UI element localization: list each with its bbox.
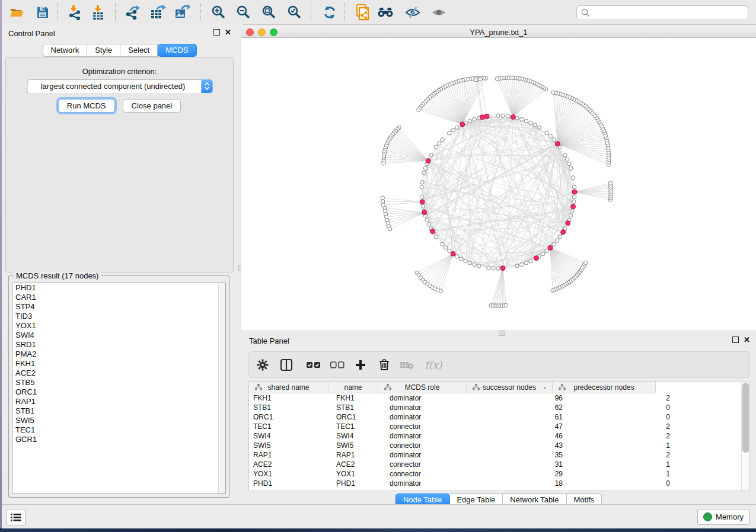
tab-network[interactable]: Network <box>42 44 87 57</box>
table-cell[interactable]: FKH1 <box>332 393 385 403</box>
table-cell[interactable]: connector <box>385 469 477 479</box>
table-cell[interactable]: 0 <box>567 403 675 412</box>
select-unchecked-icon[interactable] <box>330 357 345 373</box>
table-cell[interactable]: PHD1 <box>332 479 385 488</box>
export-network-icon[interactable] <box>123 2 143 23</box>
delete-column-icon[interactable] <box>377 357 392 373</box>
zoom-in-icon[interactable] <box>209 2 229 23</box>
table-cell[interactable]: RAP1 <box>249 450 332 460</box>
table-cell[interactable]: connector <box>385 460 477 469</box>
table-cell[interactable]: 47 <box>477 422 567 431</box>
mcds-result-item[interactable]: TID3 <box>12 312 225 321</box>
table-row[interactable]: SWI5SWI5connector431 <box>249 441 749 450</box>
float-panel-icon[interactable] <box>213 29 220 36</box>
mcds-result-item[interactable]: SWI5 <box>12 416 225 425</box>
list-scrollbar[interactable] <box>218 283 225 493</box>
tab-select[interactable]: Select <box>120 44 158 57</box>
table-cell[interactable]: connector <box>385 441 477 450</box>
eye-slash-icon[interactable] <box>403 2 423 23</box>
table-cell[interactable]: 2 <box>567 450 675 460</box>
split-columns-icon[interactable] <box>279 357 294 373</box>
table-cell[interactable]: 31 <box>477 460 567 469</box>
tab-style[interactable]: Style <box>87 44 120 57</box>
open-folder-icon[interactable] <box>7 2 27 23</box>
memory-button[interactable]: Memory <box>697 509 749 525</box>
table-cell[interactable]: SWI4 <box>249 431 332 441</box>
table-cell[interactable]: RAP1 <box>332 450 385 460</box>
table-cell[interactable]: ACE2 <box>332 460 385 469</box>
table-cell[interactable]: dominator <box>385 450 477 460</box>
save-icon[interactable] <box>33 2 53 23</box>
mcds-result-item[interactable]: STB1 <box>12 406 225 416</box>
column-header-shared-name[interactable]: shared name <box>249 382 328 393</box>
table-row[interactable]: PHD1PHD1dominator180 <box>249 479 749 488</box>
table-cell[interactable]: 2 <box>567 422 675 431</box>
table-cell[interactable]: YOX1 <box>249 469 332 479</box>
table-cell[interactable]: ACE2 <box>249 460 332 469</box>
mcds-result-item[interactable]: CAR1 <box>12 293 225 302</box>
gear-icon[interactable] <box>255 357 270 373</box>
tab-mcds[interactable]: MCDS <box>158 44 196 57</box>
table-cell[interactable]: 29 <box>477 469 567 479</box>
table-row[interactable]: FKH1FKH1dominator962 <box>249 393 749 403</box>
table-scrollbar[interactable] <box>741 382 749 491</box>
mcds-result-list[interactable]: PHD1CAR1STP4TID3YOX1SWI4SRD1PMA2FKH1ACE2… <box>12 283 226 494</box>
refresh-icon[interactable] <box>320 2 340 23</box>
float-table-panel-icon[interactable] <box>732 336 739 343</box>
mcds-result-item[interactable]: YOX1 <box>12 321 225 331</box>
table-cell[interactable]: dominator <box>385 393 477 403</box>
add-column-icon[interactable] <box>353 357 368 373</box>
table-row[interactable]: TEC1TEC1connector472 <box>249 422 749 431</box>
search-input[interactable] <box>592 7 747 19</box>
mcds-result-item[interactable]: SWI4 <box>12 331 225 340</box>
run-mcds-button[interactable]: Run MCDS <box>58 99 115 113</box>
mcds-result-item[interactable]: RAP1 <box>12 397 225 406</box>
close-panel-icon[interactable]: ✕ <box>225 30 231 36</box>
table-cell[interactable]: FKH1 <box>249 393 332 403</box>
table-cell[interactable]: 0 <box>567 479 675 488</box>
table-row[interactable]: YOX1YOX1connector291 <box>249 469 749 479</box>
table-cell[interactable]: 62 <box>477 403 567 412</box>
table-cell[interactable]: 61 <box>477 412 567 422</box>
table-cell[interactable]: dominator <box>385 403 477 412</box>
table-row[interactable]: SWI4SWI4dominator462 <box>249 431 749 441</box>
table-cell[interactable]: TEC1 <box>332 422 385 431</box>
table-cell[interactable]: 43 <box>477 441 567 450</box>
table-cell[interactable]: TEC1 <box>249 422 332 431</box>
table-cell[interactable]: 2 <box>567 393 675 403</box>
scrollbar-thumb[interactable] <box>742 383 749 453</box>
import-network-icon[interactable] <box>65 2 85 23</box>
table-cell[interactable]: STB1 <box>332 403 385 412</box>
close-table-panel-icon[interactable]: ✕ <box>744 337 750 343</box>
table-row[interactable]: RAP1RAP1dominator352 <box>249 450 749 460</box>
zoom-out-icon[interactable] <box>234 2 254 23</box>
table-cell[interactable]: 1 <box>567 441 675 450</box>
table-cell[interactable]: PHD1 <box>249 479 332 488</box>
mcds-result-item[interactable]: STB5 <box>12 378 225 387</box>
table-cell[interactable]: ORC1 <box>249 412 332 422</box>
mcds-result-item[interactable]: PHD1 <box>12 283 225 293</box>
table-cell[interactable]: 96 <box>477 393 567 403</box>
table-cell[interactable]: 46 <box>477 431 567 441</box>
clone-network-icon[interactable] <box>353 2 373 23</box>
table-cell[interactable]: connector <box>385 422 477 431</box>
mcds-result-item[interactable]: GCR1 <box>12 435 225 444</box>
table-cell[interactable]: 1 <box>567 460 675 469</box>
table-row[interactable]: ORC1ORC1dominator610 <box>249 412 749 422</box>
mcds-result-item[interactable]: FKH1 <box>12 359 225 368</box>
network-canvas[interactable] <box>241 38 756 330</box>
column-header-MCDS-role[interactable]: MCDS role <box>378 382 467 393</box>
export-image-icon[interactable] <box>172 2 192 23</box>
task-history-button[interactable] <box>7 509 25 525</box>
table-cell[interactable]: 18 <box>477 479 567 488</box>
table-cell[interactable]: dominator <box>385 479 477 488</box>
table-cell[interactable]: 1 <box>567 469 675 479</box>
zoom-selected-icon[interactable] <box>285 2 305 23</box>
zoom-fit-icon[interactable] <box>259 2 279 23</box>
table-cell[interactable]: dominator <box>385 412 477 422</box>
table-row[interactable]: STB1STB1dominator620 <box>249 403 749 412</box>
table-cell[interactable]: dominator <box>385 431 477 441</box>
table-cell[interactable]: STB1 <box>249 403 332 412</box>
table-cell[interactable]: 35 <box>477 450 567 460</box>
binoculars-icon[interactable] <box>375 2 395 23</box>
